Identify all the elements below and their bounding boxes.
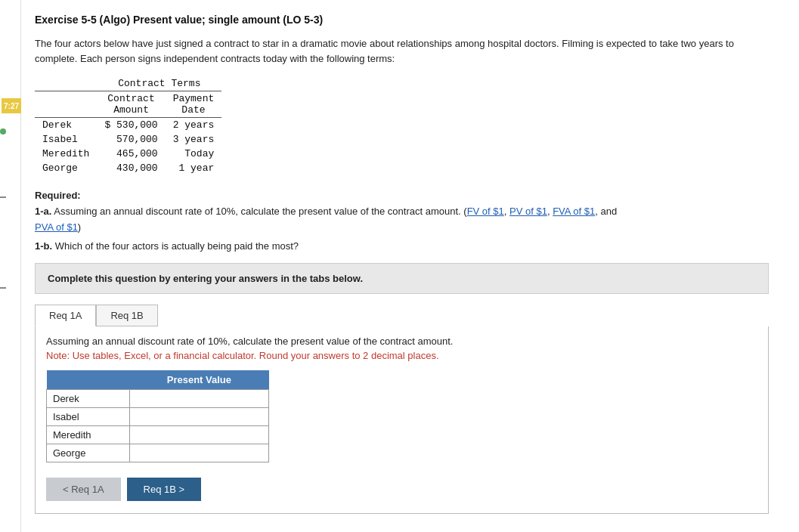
right-sidebar: [785, 0, 799, 532]
meredith-date: Today: [166, 147, 222, 161]
george-date: 1 year: [166, 161, 222, 175]
pv-label-meredith: Meredith: [47, 426, 130, 444]
tab-req1b[interactable]: Req 1B: [96, 305, 157, 326]
pv-row-isabel: Isabel: [47, 408, 269, 426]
pv-label-isabel: Isabel: [47, 408, 130, 426]
contract-table-wrapper: Contract Terms ContractAmount PaymentDat…: [35, 76, 221, 175]
present-value-table: Present Value Derek Isabel: [46, 370, 269, 462]
pv-row-meredith: Meredith: [47, 426, 269, 444]
pv-value-derek[interactable]: [129, 390, 268, 408]
tab-req1a[interactable]: Req 1A: [35, 305, 96, 326]
tabs-wrapper: Req 1A Req 1B: [35, 305, 769, 326]
req1b-body: Which of the four actors is actually bei…: [55, 240, 299, 252]
pv-row-george: George: [47, 444, 269, 462]
fva-link[interactable]: FVA of $1: [553, 206, 595, 217]
col2-header: PaymentDate: [166, 91, 222, 118]
contract-table: Contract Terms ContractAmount PaymentDat…: [35, 76, 221, 175]
pv-input-isabel[interactable]: [136, 411, 262, 422]
tab-note: Note: Use tables, Excel, or a financial …: [46, 350, 757, 361]
fv-link[interactable]: FV of $1: [467, 206, 504, 217]
next-button[interactable]: Req 1B >: [127, 478, 202, 501]
table-row: Isabel 570,000 3 years: [35, 132, 221, 147]
actor-george: George: [35, 161, 97, 175]
isabel-amount: 570,000: [97, 132, 165, 147]
pv-link[interactable]: PV of $1: [509, 206, 547, 217]
tab-panel-req1a: Assuming an annual discount rate of 10%,…: [35, 326, 769, 514]
pv-value-meredith[interactable]: [129, 426, 268, 444]
prev-button[interactable]: < Req 1A: [46, 478, 121, 501]
pv-input-derek[interactable]: [136, 393, 262, 404]
req1a-text: 1-a. Assuming an annual discount rate of…: [35, 204, 769, 236]
table-row: George 430,000 1 year: [35, 161, 221, 175]
actor-isabel: Isabel: [35, 132, 97, 147]
pv-table-header-row: Present Value: [47, 370, 269, 390]
timer-badge: 7:27: [2, 98, 21, 113]
sidebar-indicator: [0, 128, 6, 135]
required-label: Required:: [35, 190, 769, 201]
george-amount: 430,000: [97, 161, 165, 175]
required-section: Required: 1-a. Assuming an annual discou…: [35, 190, 769, 254]
sidebar-line1: [0, 196, 6, 198]
req1b-text: 1-b. Which of the four actors is actuall…: [35, 239, 769, 255]
col1-header: ContractAmount: [97, 91, 165, 118]
actor-meredith: Meredith: [35, 147, 97, 161]
pv-row-derek: Derek: [47, 390, 269, 408]
pv-input-meredith[interactable]: [136, 429, 262, 441]
pv-header-cell: Present Value: [129, 370, 268, 390]
actor-derek: Derek: [35, 118, 97, 133]
instruction-bar: Complete this question by entering your …: [35, 263, 769, 294]
pv-label-derek: Derek: [47, 390, 130, 408]
derek-date: 2 years: [166, 118, 222, 133]
derek-amount: $ 530,000: [97, 118, 165, 133]
exercise-title: Exercise 5-5 (Algo) Present value; singl…: [35, 14, 769, 26]
pv-input-george[interactable]: [136, 447, 262, 459]
pva-link[interactable]: PVA of $1: [35, 221, 78, 233]
req1b-prefix: 1-b.: [35, 240, 52, 252]
left-sidebar: 7:27: [0, 0, 21, 532]
sidebar-line2: [0, 287, 6, 289]
main-content: Exercise 5-5 (Algo) Present value; singl…: [21, 0, 785, 532]
meredith-amount: 465,000: [97, 147, 165, 161]
table-row: Derek $ 530,000 2 years: [35, 118, 221, 133]
intro-text: The four actors below have just signed a…: [35, 36, 769, 66]
table-row: Meredith 465,000 Today: [35, 147, 221, 161]
req1a-prefix: 1-a.: [35, 206, 51, 217]
contract-terms-header: Contract Terms: [97, 76, 221, 91]
pv-table-wrapper: Present Value Derek Isabel: [46, 370, 757, 462]
isabel-date: 3 years: [166, 132, 222, 147]
nav-buttons: < Req 1A Req 1B >: [46, 478, 757, 501]
pv-label-george: George: [47, 444, 130, 462]
pv-value-george[interactable]: [129, 444, 268, 462]
pv-value-isabel[interactable]: [129, 408, 268, 426]
req1a-body: Assuming an annual discount rate of 10%,…: [54, 206, 466, 217]
tab-description: Assuming an annual discount rate of 10%,…: [46, 336, 757, 347]
